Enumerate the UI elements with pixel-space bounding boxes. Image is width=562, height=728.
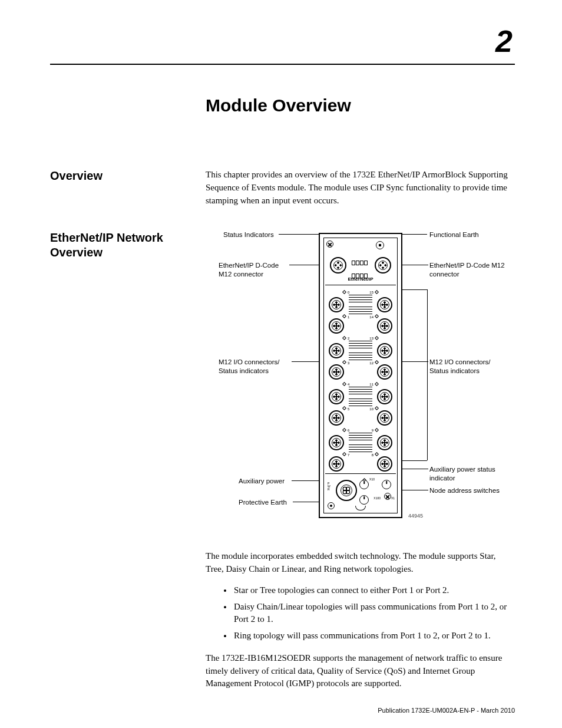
io-indicator-bars-icon [349, 444, 372, 453]
rotary-switch-x100-icon [359, 495, 369, 505]
io-indicator-bars-icon [349, 295, 372, 303]
led-icon [375, 290, 379, 294]
figure-number: 44945 [408, 512, 423, 520]
port-num: 11 [369, 382, 373, 387]
led-icon [375, 452, 379, 456]
io-connector-icon [377, 297, 392, 312]
led-icon [375, 336, 379, 340]
led-icon [342, 406, 346, 410]
callout-io-right: M12 I/O connectors/ Status indicators [429, 358, 506, 375]
led-icon [342, 314, 346, 318]
protective-earth-terminal-icon [328, 502, 335, 509]
led-icon [342, 336, 346, 340]
port-num: 2 [348, 336, 349, 341]
port-num: 8 [372, 453, 373, 458]
ethernet-connector-left-icon [330, 257, 346, 274]
io-indicator-bars-icon [349, 307, 372, 315]
rotary-switch-x1-icon [382, 480, 391, 489]
port-num: 12 [369, 361, 373, 366]
leader-bracket [427, 289, 428, 460]
module-diagram: Status Indicators EtherNet/IP D-Code M12… [206, 227, 515, 538]
callout-functional-earth: Functional Earth [429, 230, 479, 239]
ethernet-connector-right-icon [375, 257, 391, 274]
io-connector-section: 0 15 1 14 [325, 286, 396, 474]
io-connector-icon [329, 343, 344, 358]
port-num: 6 [348, 428, 349, 433]
chapter-number: 2 [50, 24, 515, 59]
io-indicator-bars-icon [349, 433, 372, 441]
led-icon [375, 382, 379, 386]
mounting-slot-icon [355, 506, 366, 510]
module-outline: EtherNet/IP 0 15 1 [319, 233, 402, 518]
led-icon [375, 314, 379, 318]
leader-line [402, 460, 427, 461]
io-connector-icon [329, 435, 344, 450]
callout-eth-left: EtherNet/IP D-Code M12 connector [219, 261, 289, 279]
led-icon [375, 428, 379, 432]
led-icon [342, 382, 346, 386]
port-num: 13 [369, 336, 373, 341]
led-icon [342, 360, 346, 364]
led-icon [342, 290, 346, 294]
io-connector-icon [377, 318, 392, 334]
port-num: 1 [348, 315, 349, 320]
port-num: 3 [348, 361, 349, 366]
chapter-rule [50, 64, 515, 65]
io-connector-icon [329, 410, 344, 426]
pwr-label: P W R [328, 482, 330, 491]
callout-aux-power: Auxiliary power [239, 477, 285, 486]
network-paragraph-2: The 1732E-IB16M12SOEDR supports the mana… [206, 652, 515, 690]
port-num: 15 [369, 290, 373, 295]
port-num: 7 [348, 453, 349, 458]
io-connector-icon [377, 435, 392, 450]
port-num: 14 [369, 315, 373, 320]
port-num: 9 [372, 428, 373, 433]
list-item: Daisy Chain/Linear topologies will pass … [233, 601, 515, 627]
callout-io-left: M12 I/O connectors/ Status indicators [219, 358, 292, 375]
io-indicator-bars-icon [349, 353, 372, 361]
page-title: Module Overview [206, 95, 515, 116]
topology-list: Star or Tree topologies can connect to e… [206, 584, 515, 643]
list-item: Star or Tree topologies can connect to e… [233, 584, 515, 597]
port-num: 4 [348, 382, 349, 387]
list-item: Ring topology will pass communications f… [233, 630, 515, 643]
io-indicator-bars-icon [349, 341, 372, 349]
rotary-label-x10: X10 [369, 477, 375, 482]
io-connector-icon [377, 343, 392, 358]
leader-line [293, 502, 322, 502]
auxiliary-power-connector-icon [336, 480, 357, 501]
io-indicator-bars-icon [349, 387, 372, 395]
io-connector-icon [329, 364, 344, 380]
io-connector-icon [329, 389, 344, 404]
leader-line [402, 289, 427, 290]
functional-earth-terminal-icon [376, 241, 384, 249]
io-connector-icon [377, 364, 392, 380]
callout-protective-earth: Protective Earth [239, 498, 287, 507]
io-connector-icon [329, 456, 344, 472]
port-num: 0 [348, 290, 349, 295]
io-connector-icon [329, 297, 344, 312]
publication-footer: Publication 1732E-UM002A-EN-P - March 20… [378, 707, 515, 714]
port-num: 10 [369, 407, 373, 412]
section-heading-network: EtherNet/IP Network Overview [50, 230, 206, 699]
led-icon [342, 428, 346, 432]
io-connector-icon [377, 456, 392, 472]
rotary-label-x100: X100 [373, 496, 381, 500]
led-icon [375, 406, 379, 410]
io-connector-icon [377, 410, 392, 426]
rotary-label-x1: X1 [391, 496, 395, 500]
led-icon [375, 360, 379, 364]
callout-status-indicators: Status Indicators [223, 230, 274, 239]
callout-aux-power-status: Auxiliary power status indicator [429, 465, 500, 483]
overview-paragraph: This chapter provides an overview of the… [206, 169, 515, 207]
status-led-bank-icon [351, 257, 372, 277]
io-connector-icon [329, 318, 344, 334]
port-num: 5 [348, 407, 349, 412]
io-connector-icon [377, 389, 392, 404]
callout-node-address: Node address switches [429, 486, 500, 495]
mounting-screw-icon [384, 493, 391, 500]
io-indicator-bars-icon [349, 398, 372, 407]
ethernet-ip-label: EtherNet/IP [325, 276, 396, 283]
section-heading-overview: Overview [50, 169, 206, 215]
led-icon [342, 452, 346, 456]
